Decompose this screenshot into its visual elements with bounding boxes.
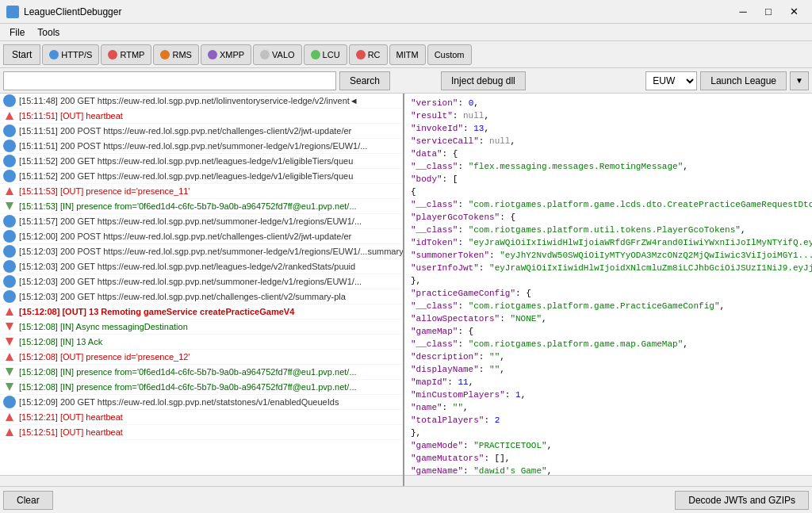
json-line: "__class": "com.riotgames.platform.util.…	[411, 224, 806, 236]
log-item[interactable]: [15:12:08] [IN] presence from='0f6ed1d4-…	[0, 365, 403, 380]
tab-rms-label: RMS	[172, 50, 191, 59]
launch-dropdown-button[interactable]: ▼	[790, 71, 809, 90]
log-icon	[3, 381, 16, 393]
log-text: [15:12:51] [OUT] heartbeat	[19, 427, 123, 437]
log-text: [15:12:03] 200 GET https://euw-red.lol.s…	[19, 277, 362, 286]
clear-button[interactable]: Clear	[3, 491, 53, 510]
valo-tab-icon	[260, 50, 270, 59]
tab-https-label: HTTP/S	[61, 50, 92, 59]
log-item[interactable]: [15:12:08] [OUT] presence id='presence_1…	[0, 350, 403, 365]
search-bar: Search Inject debug dll EUW NA EUW1 KR L…	[0, 68, 812, 94]
log-item[interactable]: [15:12:08] [IN] presence from='0f6ed1d4-…	[0, 380, 403, 395]
search-button[interactable]: Search	[339, 71, 390, 90]
tab-mitm-label: MITM	[396, 50, 419, 59]
json-line: "gameMutators": [],	[411, 452, 806, 465]
minimize-button[interactable]: ─	[731, 4, 755, 20]
tab-rc[interactable]: RC	[349, 44, 388, 65]
log-text: [15:12:08] [IN] 13 Ack	[19, 337, 102, 346]
json-line: "__class": "com.riotgames.platform.game.…	[411, 338, 806, 350]
region-select[interactable]: EUW NA EUW1 KR	[645, 71, 697, 90]
json-content[interactable]: "version": 0,"result": null,"invokeId": …	[404, 94, 812, 475]
log-item[interactable]: [15:11:51] 200 POST https://euw-red.lol.…	[0, 124, 403, 139]
log-item[interactable]: [15:12:51] [OUT] heartbeat	[0, 425, 403, 440]
log-item[interactable]: [15:11:53] [IN] presence from='0f6ed1d4-…	[0, 199, 403, 214]
tab-rtmp[interactable]: RTMP	[101, 44, 151, 65]
log-text: [15:12:00] 200 POST https://euw-red.lol.…	[19, 232, 351, 241]
tab-https[interactable]: HTTP/S	[42, 44, 99, 65]
log-text: [15:11:52] 200 GET https://euw-red.lol.s…	[19, 156, 353, 166]
log-icon	[3, 140, 16, 152]
log-text: [15:12:08] [OUT] presence id='presence_1…	[19, 352, 190, 362]
tab-rms[interactable]: RMS	[153, 44, 198, 65]
json-horizontal-scrollbar[interactable]	[404, 475, 812, 486]
log-item[interactable]: [15:12:03] 200 GET https://euw-red.lol.s…	[0, 274, 403, 289]
log-icon	[3, 215, 16, 228]
bottom-bar: Clear Decode JWTs and GZIPs	[0, 486, 812, 513]
log-text: [15:12:03] 200 POST https://euw-red.lol.…	[19, 247, 403, 256]
log-item[interactable]: [15:12:08] [IN] Async messagingDestinati…	[0, 320, 403, 335]
log-item[interactable]: [15:11:51] [OUT] heartbeat	[0, 109, 403, 124]
log-item[interactable]: [15:11:48] 200 GET https://euw-red.lol.s…	[0, 94, 403, 109]
main-content: [15:11:48] 200 GET https://euw-red.lol.s…	[0, 94, 812, 486]
log-item[interactable]: [15:11:57] 200 GET https://euw-red.lol.s…	[0, 214, 403, 229]
json-line: "__class": "com.riotgames.platform.game.…	[411, 300, 806, 312]
json-line: "practiceGameConfig": {	[411, 287, 806, 300]
log-list[interactable]: [15:11:48] 200 GET https://euw-red.lol.s…	[0, 94, 403, 475]
tab-valo[interactable]: VALO	[253, 44, 302, 65]
menu-tools[interactable]: Tools	[31, 25, 66, 40]
launch-league-button[interactable]: Launch League	[700, 71, 787, 90]
log-text: [15:11:51] 200 POST https://euw-red.lol.…	[19, 141, 367, 151]
log-item[interactable]: [15:12:08] [OUT] 13 Remoting gameService…	[0, 304, 403, 320]
log-item[interactable]: [15:12:09] 200 GET https://euw-red.lol.s…	[0, 395, 403, 410]
json-line: "description": "",	[411, 350, 806, 363]
log-icon	[3, 335, 16, 348]
json-line: "summonerToken": "eyJhY2NvdW50SWQiOiIyMT…	[411, 249, 806, 262]
log-item[interactable]: [15:11:51] 200 POST https://euw-red.lol.…	[0, 139, 403, 154]
log-panel: [15:11:48] 200 GET https://euw-red.lol.s…	[0, 94, 404, 486]
log-text: [15:11:51] [OUT] heartbeat	[19, 111, 123, 121]
log-scroll-inner[interactable]	[0, 476, 403, 486]
maximize-button[interactable]: □	[756, 4, 780, 20]
rms-tab-icon	[160, 50, 170, 59]
log-item[interactable]: [15:12:08] [IN] 13 Ack	[0, 335, 403, 350]
tab-xmpp-label: XMPP	[220, 50, 244, 59]
decode-button[interactable]: Decode JWTs and GZIPs	[675, 491, 809, 510]
log-text: [15:11:53] [IN] presence from='0f6ed1d4-…	[19, 201, 357, 211]
close-button[interactable]: ✕	[782, 4, 806, 20]
log-item[interactable]: [15:11:53] [OUT] presence id='presence_1…	[0, 184, 403, 199]
log-icon	[3, 245, 16, 258]
log-item[interactable]: [15:12:03] 200 GET https://euw-red.lol.s…	[0, 289, 403, 304]
log-icon	[3, 320, 16, 333]
json-line: "userInfoJwt": "eyJraWQiOiIxIiwidHlwIjoi…	[411, 262, 806, 274]
inject-button[interactable]: Inject debug dll	[441, 71, 526, 90]
tab-xmpp[interactable]: XMPP	[201, 44, 251, 65]
xmpp-tab-icon	[208, 50, 217, 59]
log-item[interactable]: [15:12:03] 200 POST https://euw-red.lol.…	[0, 244, 403, 259]
tab-rtmp-label: RTMP	[120, 50, 144, 59]
start-button[interactable]: Start	[3, 44, 40, 65]
log-text: [15:12:03] 200 GET https://euw-red.lol.s…	[19, 262, 355, 271]
json-line: "mapId": 11,	[411, 376, 806, 389]
log-item[interactable]: [15:11:52] 200 GET https://euw-red.lol.s…	[0, 169, 403, 184]
log-item[interactable]: [15:12:03] 200 GET https://euw-red.lol.s…	[0, 259, 403, 274]
title-bar-left: LeagueClientDebugger	[6, 6, 121, 18]
menu-bar: File Tools	[0, 24, 812, 41]
log-item[interactable]: [15:12:21] [OUT] heartbeat	[0, 410, 403, 425]
log-text: [15:12:08] [IN] presence from='0f6ed1d4-…	[19, 382, 357, 392]
search-input[interactable]	[3, 71, 336, 90]
log-horizontal-scrollbar[interactable]	[0, 475, 403, 486]
log-text: [15:11:48] 200 GET https://euw-red.lol.s…	[19, 96, 358, 105]
app-title: LeagueClientDebugger	[24, 6, 121, 17]
log-icon	[3, 290, 16, 303]
tab-lcu[interactable]: LCU	[304, 44, 347, 65]
log-item[interactable]: [15:11:52] 200 GET https://euw-red.lol.s…	[0, 154, 403, 169]
log-item[interactable]: [15:12:00] 200 POST https://euw-red.lol.…	[0, 229, 403, 244]
log-icon	[3, 426, 16, 438]
log-icon	[3, 230, 16, 243]
json-line: "version": 0,	[411, 97, 806, 109]
menu-file[interactable]: File	[3, 25, 31, 40]
json-line: "displayName": "",	[411, 363, 806, 376]
tab-custom[interactable]: Custom	[427, 44, 472, 65]
json-line: "idToken": "eyJraWQiOiIxIiwidHlwIjoiaWRf…	[411, 236, 806, 249]
tab-mitm[interactable]: MITM	[389, 44, 426, 65]
